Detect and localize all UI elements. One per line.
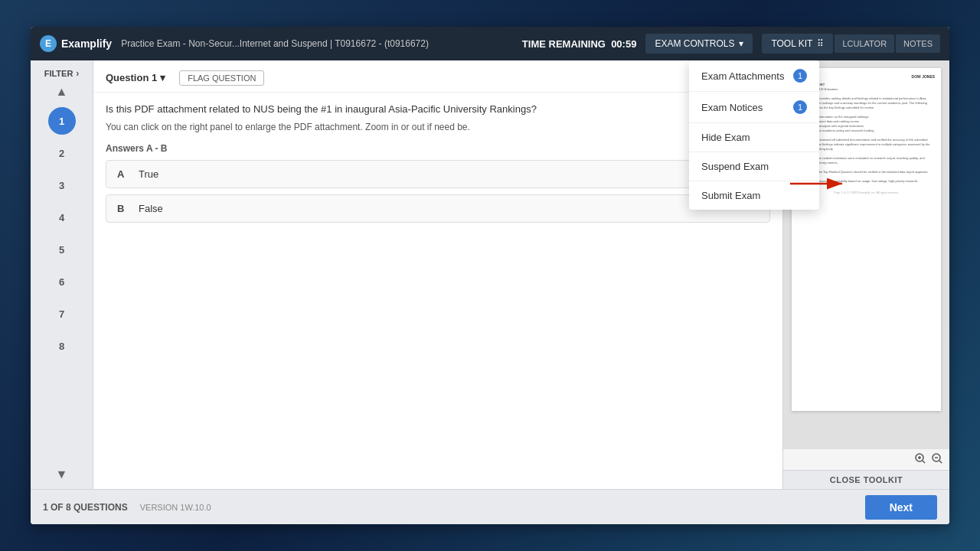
exam-controls-button[interactable]: EXAM CONTROLS ▾ bbox=[645, 34, 753, 54]
exam-controls-chevron-icon: ▾ bbox=[739, 38, 743, 49]
tool-kit-dots-icon: ⠿ bbox=[817, 38, 824, 49]
exam-notices-badge: 1 bbox=[793, 100, 807, 114]
question-label-chevron-icon: ▾ bbox=[160, 72, 165, 83]
dropdown-suspend-exam[interactable]: Suspend Exam bbox=[689, 152, 819, 181]
exam-controls-label: EXAM CONTROLS bbox=[655, 38, 734, 49]
question-text-primary: Is this PDF attachment related to NUS be… bbox=[106, 102, 770, 117]
question-nav-6[interactable]: 6 bbox=[48, 268, 76, 295]
dropdown-submit-exam[interactable]: Submit Exam bbox=[689, 181, 819, 210]
close-toolkit-button[interactable]: CLOSE TOOLKIT bbox=[783, 470, 949, 489]
notes-label: NOTES bbox=[903, 39, 933, 48]
answer-option-b[interactable]: B False bbox=[106, 194, 770, 223]
logo-icon: E bbox=[40, 35, 57, 52]
filter-label: FILTER bbox=[44, 69, 74, 78]
exam-attachments-label: Exam Attachments bbox=[701, 70, 784, 82]
version-text: VERSION 1W.10.0 bbox=[140, 503, 211, 512]
calculator-button[interactable]: LCULATOR bbox=[835, 34, 894, 53]
exam-attachments-badge: 1 bbox=[793, 69, 807, 83]
hide-exam-label: Hide Exam bbox=[701, 132, 750, 143]
exam-title: Practice Exam - Non-Secur...Internet and… bbox=[121, 38, 513, 49]
answer-option-a[interactable]: A True bbox=[106, 160, 770, 188]
topbar: E Examplify Practice Exam - Non-Secur...… bbox=[31, 27, 949, 60]
suspend-exam-label: Suspend Exam bbox=[701, 161, 769, 172]
question-label[interactable]: Question 1 ▾ bbox=[106, 72, 165, 83]
logo-area: E Examplify bbox=[40, 35, 112, 52]
answer-text-b: False bbox=[139, 203, 163, 214]
answer-text-a: True bbox=[139, 168, 158, 180]
svg-line-8 bbox=[939, 461, 942, 463]
exam-controls-dropdown: Exam Attachments 1 Exam Notices 1 Hide E… bbox=[689, 60, 819, 210]
bottom-bar: 1 OF 8 QUESTIONS VERSION 1W.10.0 Next bbox=[31, 489, 949, 524]
dropdown-hide-exam[interactable]: Hide Exam bbox=[689, 123, 819, 152]
question-nav-1[interactable]: 1 bbox=[48, 107, 76, 135]
expand-button[interactable]: ▼ bbox=[56, 468, 68, 481]
answers-label: Answers A - B bbox=[106, 143, 770, 154]
notes-button[interactable]: NOTES bbox=[896, 34, 940, 53]
left-sidebar: FILTER › ▲ 1 2 3 4 5 6 7 8 ▼ bbox=[31, 60, 93, 489]
timer-label: TIME REMAINING bbox=[522, 38, 606, 50]
tool-kit-label: TOOL KIT bbox=[771, 38, 812, 49]
next-button[interactable]: Next bbox=[865, 495, 937, 520]
question-count: 1 OF 8 QUESTIONS bbox=[43, 502, 128, 513]
flag-question-button[interactable]: FLAG QUESTION bbox=[179, 70, 264, 86]
answer-letter-a: A bbox=[117, 168, 129, 180]
question-nav-5[interactable]: 5 bbox=[48, 236, 76, 263]
question-area: Question 1 ▾ FLAG QUESTION ••• Is this P… bbox=[93, 60, 782, 489]
zoom-out-button[interactable] bbox=[931, 452, 943, 467]
answer-letter-b: B bbox=[117, 203, 129, 214]
question-nav-3[interactable]: 3 bbox=[48, 171, 76, 199]
zoom-in-button[interactable] bbox=[914, 452, 926, 467]
filter-chevron-icon: › bbox=[76, 68, 79, 79]
dropdown-exam-attachments[interactable]: Exam Attachments 1 bbox=[689, 60, 819, 91]
tool-kit-button[interactable]: TOOL KIT ⠿ bbox=[762, 34, 833, 54]
exam-notices-label: Exam Notices bbox=[701, 102, 763, 113]
question-nav-7[interactable]: 7 bbox=[48, 300, 76, 328]
question-nav-8[interactable]: 8 bbox=[48, 332, 76, 360]
tool-kit-area: TOOL KIT ⠿ LCULATOR NOTES bbox=[762, 34, 940, 54]
collapse-button[interactable]: ▲ bbox=[56, 85, 68, 99]
question-header: Question 1 ▾ FLAG QUESTION ••• bbox=[93, 60, 782, 93]
question-nav-4[interactable]: 4 bbox=[48, 204, 76, 231]
calculator-label: LCULATOR bbox=[842, 39, 887, 48]
logo-text: Examplify bbox=[61, 37, 112, 50]
timer-display: TIME REMAINING 00:59 bbox=[522, 38, 637, 50]
flag-question-label: FLAG QUESTION bbox=[188, 73, 256, 83]
question-text-hint: You can click on the right panel to enla… bbox=[106, 122, 770, 132]
submit-exam-label: Submit Exam bbox=[701, 190, 760, 201]
pdf-zoom-controls bbox=[783, 449, 949, 470]
timer-value: 00:59 bbox=[611, 38, 636, 50]
question-nav-2[interactable]: 2 bbox=[48, 139, 76, 167]
question-body: Is this PDF attachment related to NUS be… bbox=[93, 93, 782, 489]
question-label-text: Question 1 bbox=[106, 72, 157, 83]
filter-bar[interactable]: FILTER › bbox=[44, 68, 80, 79]
svg-line-5 bbox=[923, 461, 925, 463]
dropdown-exam-notices[interactable]: Exam Notices 1 bbox=[689, 92, 819, 122]
